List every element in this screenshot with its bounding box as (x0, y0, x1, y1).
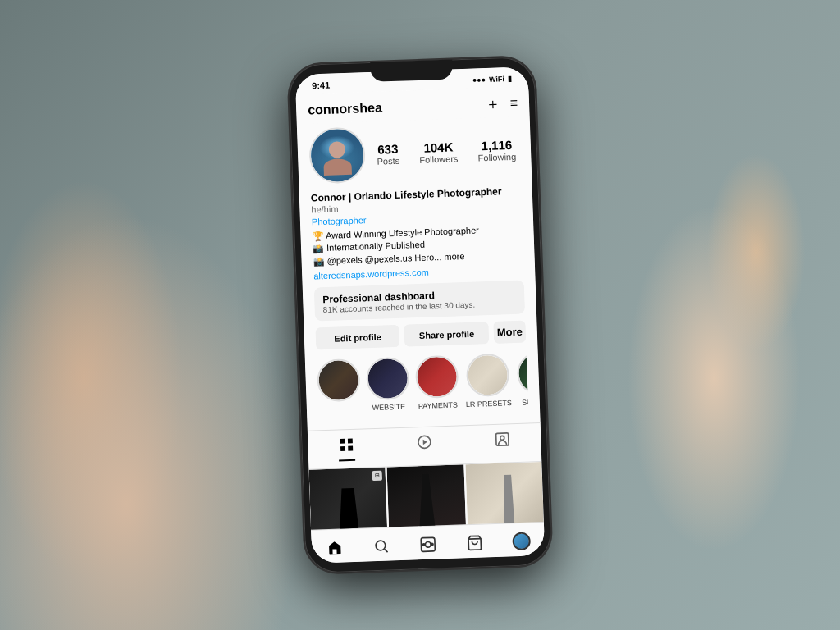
highlight-image-payments (417, 357, 458, 398)
photo-3 (465, 462, 544, 530)
tab-tagged[interactable] (494, 431, 511, 456)
action-buttons: Edit profile Share profile More (315, 321, 526, 350)
nav-home[interactable] (320, 536, 350, 559)
shop-icon (466, 535, 483, 552)
screen-content[interactable]: connorshea ＋ ≡ (296, 86, 544, 530)
reels-nav-icon (419, 536, 436, 553)
svg-rect-3 (349, 446, 354, 451)
phone-wrapper: 9:41 ●●● WiFi ▮ connorshea ＋ ≡ (288, 57, 551, 573)
svg-point-9 (376, 541, 386, 550)
status-icons: ●●● WiFi ▮ (472, 75, 513, 84)
svg-point-14 (431, 543, 433, 546)
highlight-item-1[interactable] (317, 358, 361, 414)
highlight-circle-1 (317, 358, 361, 403)
nav-reels[interactable] (413, 532, 443, 556)
followers-stat[interactable]: 104K Followers (419, 139, 459, 165)
svg-point-12 (425, 541, 431, 547)
profile-tag-icon (494, 431, 511, 448)
profile-bio: 🏆 Award Winning Lifestyle Photographer 📸… (312, 223, 523, 268)
display-name: Connor | Orlando Lifestyle Photographer (311, 185, 502, 203)
svg-point-13 (422, 544, 425, 546)
highlight-circle-payments (415, 355, 459, 399)
highlight-label-lr: LR PRESETS (466, 399, 512, 409)
photo-cell-2[interactable] (387, 464, 467, 529)
plus-icon[interactable]: ＋ (485, 94, 500, 114)
posts-stat: 633 Posts (377, 141, 400, 166)
profile-top: 633 Posts 104K Followers 1,116 Following (308, 121, 520, 185)
photo-cell-3[interactable] (465, 462, 544, 530)
stats-row: 633 Posts 104K Followers 1,116 Following (373, 137, 520, 166)
svg-line-15 (468, 539, 481, 540)
scene: 9:41 ●●● WiFi ▮ connorshea ＋ ≡ (0, 0, 840, 630)
followers-label: Followers (419, 153, 458, 165)
share-profile-button[interactable]: Share profile (404, 322, 489, 347)
wifi-icon: WiFi (489, 75, 504, 84)
battery-icon: ▮ (508, 75, 512, 83)
highlights-row: WEBSITE PAYMENTS (317, 353, 528, 422)
posts-count: 633 (377, 141, 399, 156)
photo-grid: ⊞ (309, 462, 544, 530)
highlight-item-support[interactable]: SUPPORT (517, 353, 529, 407)
svg-point-7 (500, 436, 504, 441)
svg-line-10 (385, 549, 388, 552)
photo-2 (387, 464, 467, 529)
phone-notch (370, 59, 453, 81)
highlight-image-support (518, 353, 529, 394)
following-count: 1,116 (477, 137, 516, 153)
highlight-item-website[interactable]: WEBSITE (366, 357, 410, 413)
svg-rect-8 (333, 549, 337, 554)
status-time: 9:41 (312, 80, 330, 91)
edit-profile-button[interactable]: Edit profile (315, 325, 399, 350)
photo-1-overlay: ⊞ (372, 471, 382, 481)
photo-cell-1[interactable]: ⊞ (309, 468, 389, 530)
highlight-image-1 (318, 360, 359, 401)
highlight-label-payments: PAYMENTS (418, 401, 459, 411)
header-icons: ＋ ≡ (485, 94, 518, 114)
highlight-circle-lr (466, 353, 510, 397)
svg-rect-1 (348, 439, 353, 444)
avatar (308, 126, 366, 184)
svg-marker-5 (423, 440, 427, 445)
highlight-item-lr[interactable]: LR PRESETS (464, 353, 512, 409)
posts-label: Posts (377, 155, 399, 166)
highlight-item-payments[interactable]: PAYMENTS (415, 355, 459, 411)
following-label: Following (478, 151, 517, 162)
followers-count: 104K (419, 139, 459, 155)
profile-avatar-nav (512, 532, 531, 550)
profile-username: connorshea (308, 100, 382, 117)
avatar-image (310, 128, 364, 182)
highlight-label-support: SUPPORT (522, 397, 528, 407)
menu-icon[interactable]: ≡ (509, 96, 518, 111)
highlight-label-website: WEBSITE (372, 403, 405, 412)
svg-rect-2 (340, 446, 345, 451)
signal-icon: ●●● (472, 75, 486, 84)
phone-screen: 9:41 ●●● WiFi ▮ connorshea ＋ ≡ (295, 66, 546, 564)
tab-grid[interactable] (338, 436, 355, 462)
highlight-circle-website (366, 357, 410, 401)
highlight-image-website (368, 358, 409, 399)
following-stat[interactable]: 1,116 Following (477, 137, 516, 162)
nav-search[interactable] (367, 534, 397, 558)
highlight-circle-support (517, 353, 529, 395)
nav-profile[interactable] (506, 529, 536, 553)
tab-reels[interactable] (416, 434, 433, 459)
more-button[interactable]: More (493, 321, 526, 344)
grid-icon (338, 436, 355, 454)
search-icon (373, 537, 390, 555)
profile-pronoun: he/him (311, 203, 338, 214)
profile-section: 633 Posts 104K Followers 1,116 Following (297, 116, 541, 431)
phone: 9:41 ●●● WiFi ▮ connorshea ＋ ≡ (288, 57, 551, 573)
reel-icon (416, 434, 433, 451)
svg-rect-0 (340, 439, 345, 444)
professional-dashboard[interactable]: Professional dashboard 81K accounts reac… (314, 281, 525, 322)
highlight-image-lr (468, 355, 509, 396)
nav-shop[interactable] (459, 531, 490, 555)
home-icon (326, 539, 344, 556)
